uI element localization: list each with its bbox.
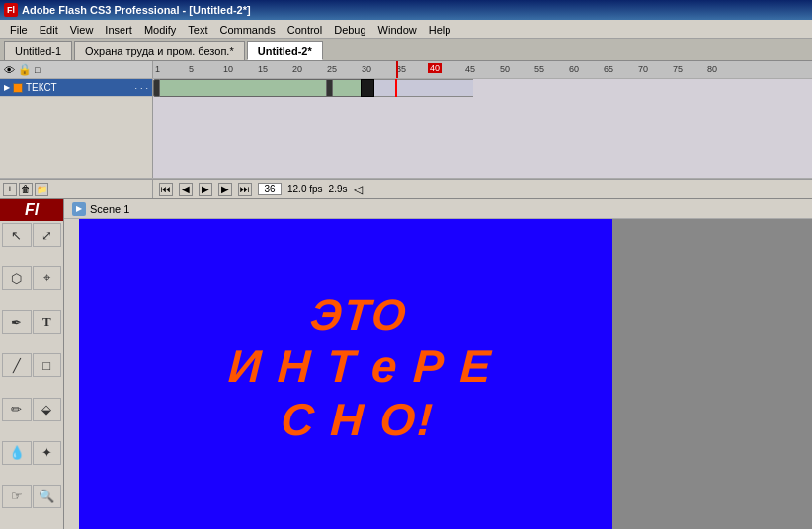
rect-tool-btn[interactable]: □ <box>33 353 62 377</box>
play-fwd-btn[interactable]: ⏭ <box>238 183 252 196</box>
selection-tool-btn[interactable]: ↖ <box>2 223 32 247</box>
toolbox: Fl ↖ ⤢ ⬡ ⌖ ✒ T ╱ □ ✏ ⬙ 💧 ✦ ☞ 🔍 <box>0 199 64 529</box>
toolbox-header: Fl <box>0 199 63 221</box>
menu-file[interactable]: File <box>4 22 34 38</box>
layer-color <box>13 83 23 93</box>
main-area: 👁 🔒 □ 1 5 10 15 20 25 30 35 40 45 50 <box>0 61 812 529</box>
layer-list: ▶ ТЕКСТ · · · <box>0 79 153 178</box>
frames-area[interactable] <box>153 79 812 178</box>
menu-help[interactable]: Help <box>423 22 457 38</box>
frame-empty[interactable] <box>374 79 473 97</box>
menu-debug[interactable]: Debug <box>328 22 371 38</box>
frame-keyframe-1[interactable] <box>153 79 160 97</box>
menu-bar: File Edit View Insert Modify Text Comman… <box>0 20 812 39</box>
title-bar: Fl Adobe Flash CS3 Professional - [Untit… <box>0 0 812 20</box>
pencil-tool-btn[interactable]: ✏ <box>2 398 32 421</box>
tools-grid: ↖ ⤢ ⬡ ⌖ ✒ T ╱ □ ✏ ⬙ 💧 ✦ ☞ 🔍 <box>0 221 63 529</box>
lasso-tool-btn[interactable]: ⌖ <box>33 266 62 290</box>
time-display: 2.9s <box>329 184 348 194</box>
frame-filled-2[interactable] <box>333 79 361 97</box>
frame-keyframe-current[interactable] <box>361 79 374 97</box>
subselection-tool-btn[interactable]: ⤢ <box>33 223 62 247</box>
tab-untitled1[interactable]: Untitled-1 <box>4 41 72 60</box>
canvas-wrapper[interactable]: ЭТО И Н Т е Р Е С Н О! <box>64 219 812 529</box>
left-work-strip <box>64 219 79 529</box>
app-icon: Fl <box>4 3 18 17</box>
frame-keyframe-mid[interactable] <box>326 79 333 97</box>
step-fwd-btn[interactable]: ▶ <box>218 183 232 196</box>
layer-name: ТЕКСТ <box>26 82 131 93</box>
zoom-tool-btn[interactable]: 🔍 <box>33 485 62 508</box>
scene-icon: ▶ <box>72 202 86 216</box>
work-area: Fl ↖ ⤢ ⬡ ⌖ ✒ T ╱ □ ✏ ⬙ 💧 ✦ ☞ 🔍 <box>0 199 812 529</box>
layer-bottom-controls: + 🗑 📁 <box>0 179 153 198</box>
eyedropper-tool-btn[interactable]: 💧 <box>2 441 32 465</box>
layer-eye-icon[interactable]: · <box>134 83 137 93</box>
timeline-controls: ⏮ ◀ ▶ ▶ ⏭ 36 12.0 fps 2.9s ◁ <box>153 179 812 198</box>
menu-control[interactable]: Control <box>282 22 328 38</box>
step-back-btn[interactable]: ◀ <box>179 183 193 196</box>
canvas-text-line2: И Н Т е Р Е С Н О! <box>223 340 496 446</box>
canvas-text: ЭТО И Н Т е Р Е С Н О! <box>226 290 493 446</box>
canvas-area: ▶ Scene 1 ЭТО И Н Т е Р Е С Н О! <box>64 199 812 529</box>
tween-btn[interactable]: ◁ <box>354 183 363 196</box>
freetransform-tool-btn[interactable]: ⬡ <box>2 266 32 290</box>
tab-untitled2[interactable]: Untitled-2* <box>247 41 323 60</box>
fps-display: 12.0 fps <box>287 184 323 194</box>
menu-insert[interactable]: Insert <box>99 22 138 38</box>
add-folder-btn[interactable]: 📁 <box>35 183 48 196</box>
playhead[interactable] <box>395 79 397 97</box>
hand-tool-btn[interactable]: ☞ <box>2 485 32 508</box>
frame-number: 36 <box>258 183 282 195</box>
frame-filled[interactable] <box>160 79 326 97</box>
lock-icon: 🔒 <box>18 63 32 76</box>
text-tool-btn[interactable]: T <box>33 310 62 334</box>
play-btn[interactable]: ▶ <box>199 183 212 196</box>
eye-icon: 👁 <box>4 64 15 76</box>
eraser-tool-btn[interactable]: ✦ <box>33 441 62 465</box>
layer-tekst[interactable]: ▶ ТЕКСТ · · · <box>0 79 152 97</box>
app-title: Adobe Flash CS3 Professional - [Untitled… <box>22 4 251 16</box>
timeline-section: 👁 🔒 □ 1 5 10 15 20 25 30 35 40 45 50 <box>0 61 812 199</box>
menu-window[interactable]: Window <box>372 22 423 38</box>
layer-arrow-icon: ▶ <box>4 83 10 92</box>
tabs-bar: Untitled-1 Охрана труда и пром. безоп.* … <box>0 39 812 61</box>
menu-view[interactable]: View <box>64 22 100 38</box>
menu-text[interactable]: Text <box>182 22 213 38</box>
layer-lock-icon[interactable]: · <box>140 83 143 93</box>
tab-okhrana[interactable]: Охрана труда и пром. безоп.* <box>74 41 245 60</box>
menu-modify[interactable]: Modify <box>138 22 182 38</box>
outline-icon: □ <box>35 65 40 75</box>
scene-label: Scene 1 <box>90 203 129 215</box>
pen-tool-btn[interactable]: ✒ <box>2 310 32 334</box>
flash-canvas[interactable]: ЭТО И Н Т е Р Е С Н О! <box>79 219 612 529</box>
line-tool-btn[interactable]: ╱ <box>2 353 32 377</box>
add-layer-btn[interactable]: + <box>3 183 17 196</box>
menu-commands[interactable]: Commands <box>213 22 281 38</box>
delete-layer-btn[interactable]: 🗑 <box>19 183 33 196</box>
scene-bar: ▶ Scene 1 <box>64 199 812 219</box>
play-back-btn[interactable]: ⏮ <box>159 183 173 196</box>
layer-outline-icon[interactable]: · <box>145 83 148 93</box>
bucket-tool-btn[interactable]: ⬙ <box>33 398 62 421</box>
canvas-text-line1: ЭТО <box>223 290 494 340</box>
menu-edit[interactable]: Edit <box>34 22 64 38</box>
ruler: 1 5 10 15 20 25 30 35 40 45 50 55 60 65 … <box>153 61 812 78</box>
